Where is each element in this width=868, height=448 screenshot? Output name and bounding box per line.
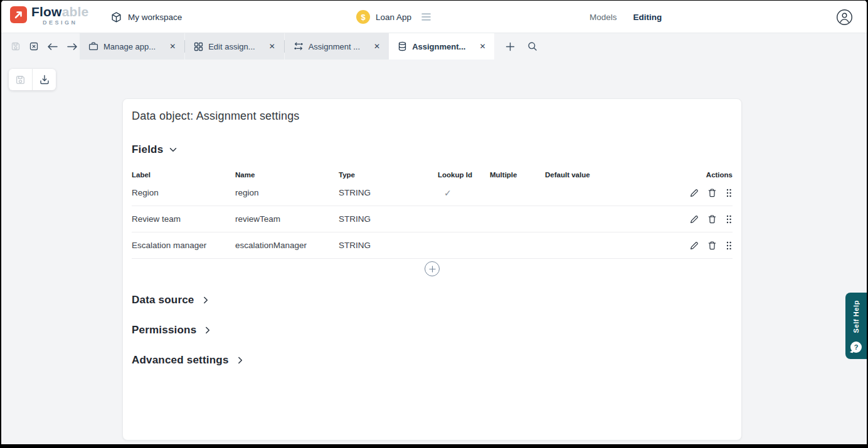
save-all-icon[interactable]: [9, 40, 22, 53]
fields-table: Label Name Type Lookup Id Multiple Defau…: [132, 170, 733, 259]
column-header-actions: Actions: [670, 170, 733, 180]
search-icon[interactable]: [526, 40, 539, 53]
column-header-type: Type: [339, 170, 438, 180]
top-nav: Models Editing: [590, 1, 662, 33]
close-all-tabs-icon[interactable]: [28, 40, 40, 53]
edit-pencil-icon[interactable]: [689, 214, 699, 224]
workspace-cube-icon: [110, 11, 122, 23]
window-frame: Flowable DESIGN My workspace $ Loan App …: [0, 0, 868, 448]
tab-close-icon[interactable]: ✕: [479, 43, 485, 50]
grid-icon: [194, 42, 203, 51]
section-data-source: Data source: [132, 291, 733, 309]
column-header-name: Name: [235, 170, 339, 180]
tab-close-icon[interactable]: ✕: [269, 43, 275, 50]
export-download-icon[interactable]: [33, 69, 56, 90]
drag-handle-icon[interactable]: [725, 214, 733, 224]
cell-name: region: [235, 188, 339, 197]
cell-type: STRING: [339, 241, 438, 250]
workspace-switcher[interactable]: My workspace: [110, 1, 182, 33]
delete-trash-icon[interactable]: [707, 188, 717, 198]
lookup-check-icon: ✓: [438, 188, 490, 198]
app-switcher[interactable]: $ Loan App: [356, 1, 431, 33]
logo-brand-light: able: [62, 4, 89, 19]
fields-section-title: Fields: [132, 142, 163, 157]
tab-label: Manage app...: [103, 42, 156, 51]
flowable-logo-icon: [10, 6, 27, 23]
column-header-multiple: Multiple: [490, 170, 545, 180]
flowable-logo: Flowable DESIGN: [10, 5, 88, 26]
table-row: Escalation manager escalationManager STR…: [132, 232, 733, 259]
workspace-label: My workspace: [128, 13, 182, 22]
tab-bar: Manage app... ✕ Edit assign... ✕ Assignm…: [1, 33, 867, 60]
cell-name: escalationManager: [235, 241, 339, 250]
table-header-row: Label Name Type Lookup Id Multiple Defau…: [132, 170, 733, 180]
cell-label: Review team: [132, 214, 235, 224]
tab-close-icon[interactable]: ✕: [374, 43, 380, 50]
table-row: Region region STRING ✓: [132, 180, 733, 206]
briefcase-icon: [88, 41, 98, 51]
row-actions: [670, 214, 733, 224]
cell-type: STRING: [339, 214, 438, 224]
row-actions: [670, 188, 733, 198]
section-advanced-settings: Advanced settings: [132, 352, 733, 369]
tab-manage-app[interactable]: Manage app... ✕: [80, 33, 184, 60]
logo-subtitle: DESIGN: [31, 19, 88, 26]
tab-label: Assignment...: [412, 42, 465, 51]
advanced-settings-toggle[interactable]: Advanced settings: [132, 353, 245, 368]
content-area: Data object: Assignment settings Fields …: [1, 60, 867, 444]
chevron-down-icon: [169, 145, 177, 154]
flowable-logo-text: Flowable DESIGN: [31, 5, 88, 26]
section-permissions: Permissions: [132, 321, 733, 339]
back-arrow-icon[interactable]: [46, 41, 60, 52]
tab-assignment-process[interactable]: Assignment ... ✕: [285, 33, 389, 60]
delete-trash-icon[interactable]: [707, 214, 717, 224]
tab-bar-actions: [494, 33, 539, 60]
column-header-default-value: Default value: [545, 170, 670, 180]
chevron-right-icon: [236, 356, 245, 365]
add-field-button[interactable]: [425, 261, 440, 276]
tab-assignment-dataobject[interactable]: Assignment... ✕: [389, 33, 494, 60]
chevron-right-icon: [203, 326, 212, 335]
save-icon[interactable]: [9, 69, 32, 90]
tab-close-icon[interactable]: ✕: [169, 43, 176, 50]
cell-label: Escalation manager: [132, 241, 235, 250]
data-source-toggle[interactable]: Data source: [132, 293, 210, 308]
app-name: Loan App: [376, 13, 411, 22]
tab-label: Edit assign...: [208, 42, 255, 51]
advanced-settings-title: Advanced settings: [132, 353, 229, 368]
permissions-title: Permissions: [132, 323, 196, 338]
row-actions: [670, 241, 733, 251]
top-header: Flowable DESIGN My workspace $ Loan App …: [1, 1, 867, 33]
forward-arrow-icon[interactable]: [65, 41, 79, 52]
database-icon: [398, 41, 407, 51]
edit-pencil-icon[interactable]: [689, 188, 699, 198]
cell-label: Region: [132, 188, 235, 197]
column-header-label: Label: [132, 170, 235, 180]
page-title: Data object: Assignment settings: [132, 108, 733, 124]
drag-handle-icon[interactable]: [725, 241, 733, 251]
cell-name: reviewTeam: [235, 214, 339, 224]
self-help-label: Self Help: [852, 300, 860, 333]
self-help-tab[interactable]: Self Help ?: [845, 293, 867, 359]
drag-handle-icon[interactable]: [725, 188, 733, 198]
avatar[interactable]: [836, 9, 853, 26]
app-menu-icon[interactable]: [421, 13, 431, 21]
data-source-title: Data source: [132, 293, 194, 308]
tab-bar-controls: [1, 33, 80, 60]
app-badge: $: [356, 10, 370, 24]
cell-type: STRING: [339, 188, 438, 197]
edit-pencil-icon[interactable]: [689, 241, 699, 251]
logo-brand-bold: Flow: [31, 4, 62, 19]
new-tab-icon[interactable]: [504, 41, 516, 53]
tab-edit-assign[interactable]: Edit assign... ✕: [185, 33, 284, 60]
permissions-toggle[interactable]: Permissions: [132, 323, 212, 338]
chevron-right-icon: [201, 296, 210, 305]
nav-models[interactable]: Models: [590, 13, 617, 22]
nav-editing[interactable]: Editing: [633, 13, 662, 22]
add-field-row: [132, 259, 733, 279]
delete-trash-icon[interactable]: [707, 241, 717, 251]
help-question-icon: ?: [850, 341, 862, 353]
column-header-lookup-id: Lookup Id: [438, 170, 490, 180]
fields-section-toggle[interactable]: Fields: [132, 142, 177, 157]
data-object-panel: Data object: Assignment settings Fields …: [122, 98, 742, 440]
